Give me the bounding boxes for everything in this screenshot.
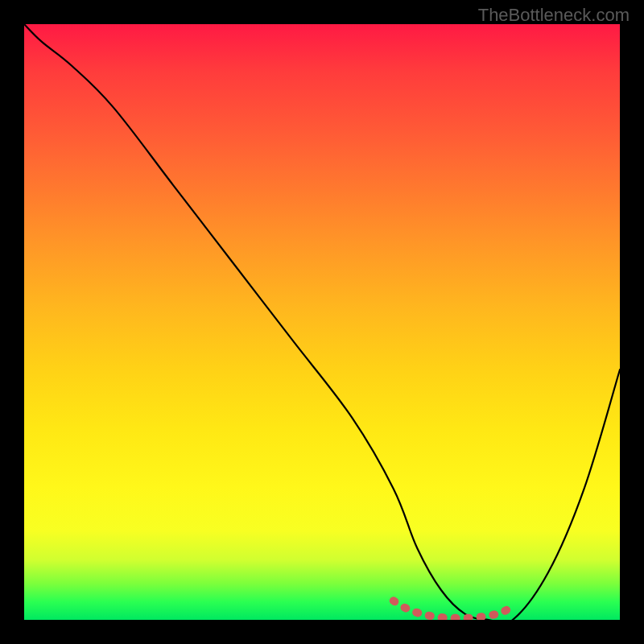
chart-plot-area xyxy=(24,24,620,620)
main-curve xyxy=(24,24,620,620)
chart-svg xyxy=(24,24,620,620)
watermark-text: TheBottleneck.com xyxy=(478,5,630,26)
